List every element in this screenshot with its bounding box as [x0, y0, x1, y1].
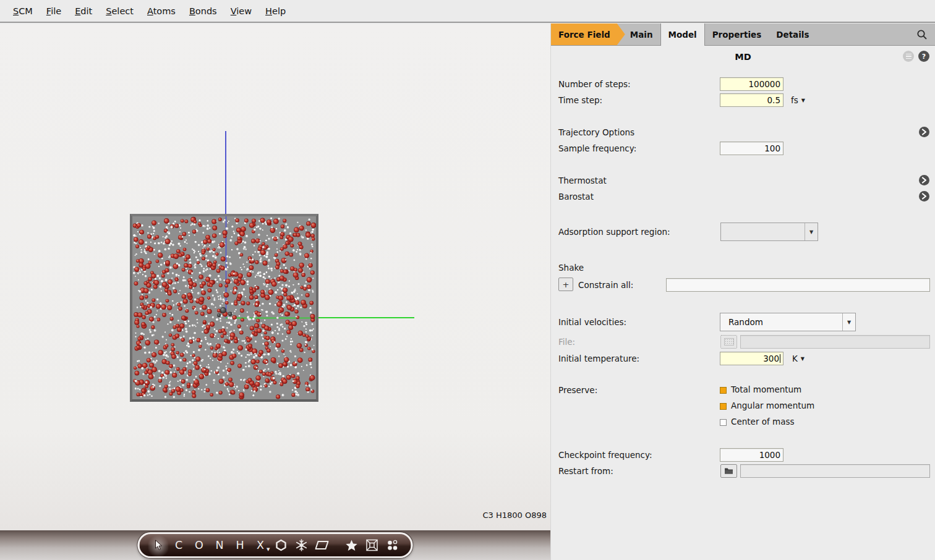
row-sample-frequency: Sample frequency: 100 — [551, 142, 935, 155]
preserve-total-momentum-label: Total momentum — [731, 384, 801, 394]
row-preserve: Preserve: Total momentum Angular momentu… — [551, 384, 935, 428]
element-o-button[interactable]: O — [189, 534, 210, 556]
atom-style-tool[interactable] — [382, 534, 403, 556]
row-shake: Shake — [551, 261, 935, 274]
preserve-label: Preserve: — [558, 385, 597, 395]
menu-view[interactable]: View — [224, 6, 258, 16]
menu-scm[interactable]: SCM — [6, 6, 40, 16]
restart-from-input[interactable] — [740, 464, 930, 478]
constrain-all-label: Constrain all: — [578, 280, 633, 290]
preserve-center-of-mass-checkbox[interactable] — [720, 419, 727, 426]
trajectory-options-expand-button[interactable] — [919, 127, 929, 137]
row-trajectory-options: Trajectory Options — [551, 125, 935, 139]
favorites-tool[interactable] — [341, 534, 362, 556]
row-initial-velocities: Initial velocities: Random ▼ — [551, 313, 935, 331]
element-n-button[interactable]: N — [210, 534, 230, 556]
file-label: File: — [558, 337, 575, 347]
row-restart-from: Restart from: — [551, 464, 935, 478]
element-x-dropdown-arrow: ▼ — [267, 547, 270, 552]
barostat-expand-button[interactable] — [919, 191, 929, 202]
number-of-steps-label: Number of steps: — [558, 79, 631, 89]
barostat-label: Barostat — [558, 192, 594, 202]
select-arrow-icon: ▼ — [842, 313, 855, 331]
restart-from-label: Restart from: — [558, 466, 613, 476]
help-icon[interactable]: ? — [918, 51, 929, 62]
initial-temperature-input[interactable]: 300 — [720, 352, 783, 365]
constrain-all-input[interactable] — [666, 278, 930, 292]
tab-main[interactable]: Main — [623, 23, 660, 45]
tab-strip: Force Field Main Model Properties Detail… — [551, 23, 935, 46]
row-number-of-steps: Number of steps: 100000 — [551, 77, 935, 91]
unit-dropdown-arrow: ▼ — [801, 98, 805, 103]
preserve-angular-momentum-checkbox[interactable] — [720, 403, 727, 410]
tab-details[interactable]: Details — [769, 23, 816, 45]
unit-dropdown-arrow: ▼ — [801, 356, 805, 362]
thermostat-label: Thermostat — [558, 176, 607, 185]
adsorption-support-region-select[interactable]: ▼ — [720, 223, 818, 241]
text-cursor — [780, 354, 780, 363]
row-initial-temperature: Initial temperature: 300 K▼ — [551, 352, 935, 365]
file-input — [740, 335, 930, 349]
menu-file[interactable]: File — [40, 6, 68, 16]
toolbar-band: C O N H X ▼ — [0, 530, 550, 560]
select-arrow-icon: ▼ — [805, 223, 818, 240]
preserve-total-momentum-checkbox[interactable] — [720, 387, 727, 394]
ring-tool[interactable] — [271, 534, 291, 556]
element-c-button[interactable]: C — [169, 534, 189, 556]
cell-view-tool[interactable] — [362, 534, 382, 556]
molecule-viewport[interactable]: C3 H1800 O898 — [0, 24, 550, 530]
menu-edit[interactable]: Edit — [68, 6, 99, 16]
initial-temperature-label: Initial temperature: — [558, 354, 639, 363]
sample-frequency-label: Sample frequency: — [558, 143, 636, 153]
element-h-button[interactable]: H — [230, 534, 250, 556]
file-browse-button — [720, 335, 737, 349]
time-step-label: Time step: — [558, 95, 602, 105]
folder-icon — [724, 467, 733, 475]
y-axis-line — [318, 317, 414, 318]
simulation-cell[interactable] — [130, 214, 318, 402]
row-file: File: — [551, 335, 935, 349]
restart-browse-button[interactable] — [720, 464, 737, 478]
menu-bar: SCM File Edit Select Atoms Bonds View He… — [0, 0, 935, 23]
z-axis-line — [225, 131, 226, 214]
checkpoint-frequency-input[interactable]: 1000 — [720, 448, 783, 462]
row-checkpoint-frequency: Checkpoint frequency: 1000 — [551, 448, 935, 462]
menu-bonds[interactable]: Bonds — [182, 6, 224, 16]
adsorption-support-region-label: Adsorption support region: — [558, 227, 670, 237]
row-time-step: Time step: 0.5 fs▼ — [551, 93, 935, 107]
trajectory-options-label: Trajectory Options — [558, 127, 634, 137]
element-x-button[interactable]: X ▼ — [250, 534, 271, 556]
freeze-tool[interactable] — [291, 534, 312, 556]
shake-label: Shake — [558, 263, 584, 273]
tab-model[interactable]: Model — [660, 23, 705, 46]
row-thermostat: Thermostat — [551, 174, 935, 187]
tab-properties[interactable]: Properties — [705, 23, 769, 45]
select-tool[interactable] — [148, 534, 169, 556]
menu-select[interactable]: Select — [99, 6, 140, 16]
checkpoint-frequency-label: Checkpoint frequency: — [558, 450, 652, 460]
plane-tool[interactable] — [312, 534, 332, 556]
row-constrain-all: + Constrain all: — [551, 278, 935, 292]
row-adsorption-support-region: Adsorption support region: ▼ — [551, 223, 935, 241]
time-step-input[interactable]: 0.5 — [720, 93, 783, 107]
initial-velocities-select[interactable]: Random ▼ — [720, 313, 856, 331]
page-title: MD — [551, 52, 935, 62]
thermostat-expand-button[interactable] — [919, 175, 929, 185]
atom-toolbar: C O N H X ▼ — [138, 532, 413, 558]
number-of-steps-input[interactable]: 100000 — [720, 77, 783, 91]
menu-help[interactable]: Help — [258, 6, 292, 16]
initial-velocities-label: Initial velocities: — [558, 317, 626, 327]
toolbar-reflection — [142, 558, 408, 560]
sample-frequency-input[interactable]: 100 — [720, 142, 783, 155]
add-constraint-button[interactable]: + — [558, 278, 573, 291]
tab-force-field[interactable]: Force Field — [551, 23, 625, 45]
menu-atoms[interactable]: Atoms — [140, 6, 182, 16]
preserve-center-of-mass-label: Center of mass — [731, 417, 795, 426]
search-icon[interactable] — [916, 23, 935, 45]
time-step-unit[interactable]: fs▼ — [791, 95, 805, 105]
panel-menu-icon[interactable] — [903, 51, 914, 62]
formula-readout: C3 H1800 O898 — [482, 511, 547, 520]
preserve-angular-momentum-label: Angular momentum — [731, 401, 814, 410]
row-barostat: Barostat — [551, 190, 935, 203]
initial-temperature-unit[interactable]: K▼ — [792, 354, 805, 363]
